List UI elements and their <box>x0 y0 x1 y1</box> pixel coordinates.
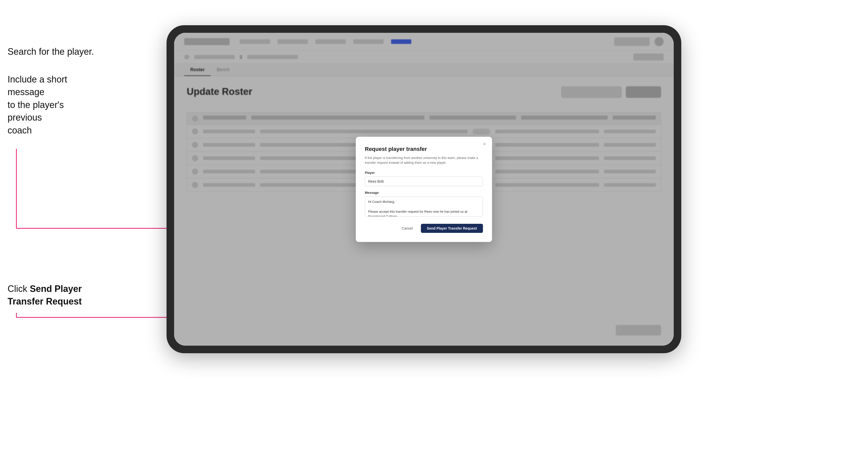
annotation-click: Click Send Player Transfer Request <box>7 283 93 308</box>
annotation-search: Search for the player. <box>7 45 94 58</box>
modal-title: Request player transfer <box>365 146 483 152</box>
annotation-message: Include a short messageto the player's p… <box>7 73 93 137</box>
device-screen: Roster Bench Update Roster <box>174 33 674 346</box>
player-search-input[interactable] <box>365 177 483 186</box>
modal-description: If the player is transferring from anoth… <box>365 155 483 165</box>
message-field-label: Message <box>365 191 483 194</box>
modal-dialog: × Request player transfer If the player … <box>356 137 492 242</box>
modal-overlay: × Request player transfer If the player … <box>174 33 674 346</box>
send-transfer-button[interactable]: Send Player Transfer Request <box>421 224 483 233</box>
player-field-label: Player <box>365 171 483 175</box>
modal-close-button[interactable]: × <box>481 141 488 148</box>
message-textarea[interactable]: Hi Coach McHarg, Please accept this tran… <box>365 196 483 217</box>
cancel-button[interactable]: Cancel <box>397 224 418 233</box>
device-frame: Roster Bench Update Roster <box>166 25 681 353</box>
modal-footer: Cancel Send Player Transfer Request <box>365 224 483 233</box>
